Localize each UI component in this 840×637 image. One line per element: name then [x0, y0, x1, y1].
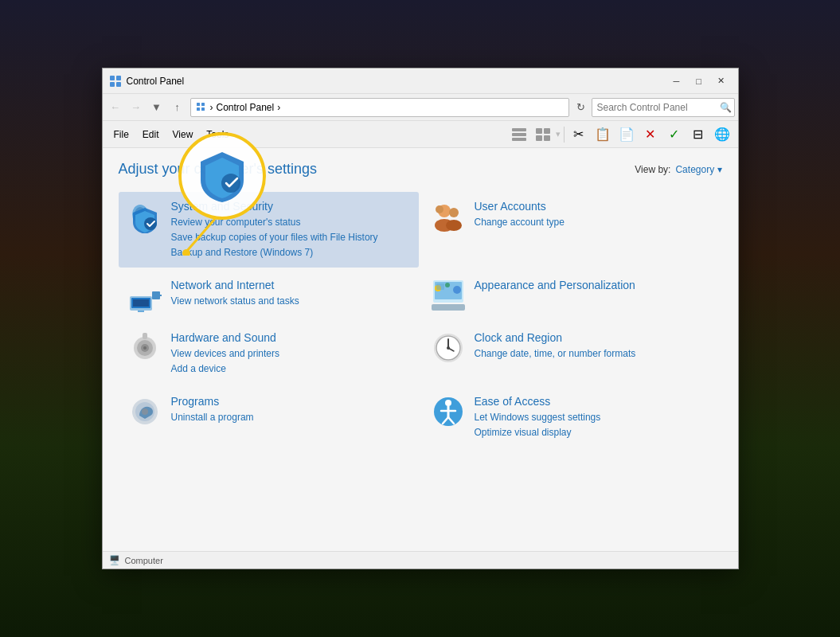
- path-sep: ›: [277, 102, 280, 113]
- category-appearance-personalization[interactable]: Appearance and Personalization: [422, 271, 722, 320]
- toolbar-delete-button[interactable]: ✕: [639, 124, 662, 145]
- path-text: ›: [210, 102, 213, 113]
- change-account-type-link[interactable]: Change account type: [475, 215, 713, 229]
- menu-view[interactable]: View: [166, 126, 200, 143]
- toolbar-cut-button[interactable]: ✂: [568, 124, 590, 145]
- toolbar-view-button[interactable]: [532, 124, 554, 145]
- ease-of-access-icon: [432, 395, 465, 428]
- user-accounts-title[interactable]: User Accounts: [475, 200, 713, 213]
- svg-point-25: [436, 205, 443, 213]
- window-icon: [109, 75, 122, 88]
- toolbar-copy-button[interactable]: 📋: [592, 124, 614, 145]
- svg-rect-8: [512, 128, 526, 131]
- svg-point-52: [142, 408, 148, 415]
- menu-edit[interactable]: Edit: [136, 126, 166, 143]
- user-accounts-icon: [432, 200, 465, 233]
- svg-point-36: [445, 283, 450, 287]
- clock-region-icon: [432, 331, 465, 365]
- hardware-sound-title[interactable]: Hardware and Sound: [171, 331, 409, 344]
- svg-rect-11: [536, 128, 542, 134]
- path-label: Control Panel: [217, 102, 275, 113]
- network-internet-icon: [128, 279, 162, 312]
- svg-point-49: [447, 346, 450, 350]
- category-hardware-sound[interactable]: Hardware and Sound View devices and prin…: [119, 323, 419, 384]
- svg-rect-38: [436, 283, 444, 290]
- menu-file[interactable]: File: [107, 126, 135, 143]
- toolbar-help-button[interactable]: 🌐: [711, 124, 733, 145]
- svg-point-23: [449, 208, 459, 217]
- category-user-accounts[interactable]: User Accounts Change account type: [422, 192, 722, 268]
- svg-rect-34: [432, 304, 465, 311]
- svg-rect-9: [512, 133, 526, 136]
- svg-rect-31: [138, 311, 144, 312]
- back-button[interactable]: ←: [106, 98, 125, 117]
- svg-rect-0: [110, 76, 115, 80]
- search-box[interactable]: 🔍: [592, 98, 735, 117]
- change-date-time-link[interactable]: Change date, time, or number formats: [475, 346, 713, 361]
- ease-of-access-title[interactable]: Ease of Access: [475, 395, 713, 408]
- appearance-title[interactable]: Appearance and Personalization: [475, 279, 713, 291]
- view-devices-printers-link[interactable]: View devices and printers: [171, 346, 409, 361]
- window-controls: ─ □ ✕: [666, 72, 732, 90]
- control-panel-window: Control Panel ─ □ ✕ ← → ▼ ↑ › Control Pa…: [102, 68, 739, 569]
- category-ease-of-access[interactable]: Ease of Access Let Windows suggest setti…: [422, 387, 722, 447]
- status-bar: 🖥️ Computer: [103, 551, 738, 569]
- svg-rect-13: [536, 135, 542, 141]
- file-history-link[interactable]: Save backup copies of your files with Fi…: [171, 230, 409, 244]
- svg-rect-5: [201, 103, 205, 106]
- system-security-icon: [128, 200, 162, 233]
- menu-tools[interactable]: Tools: [200, 126, 235, 143]
- svg-rect-4: [197, 103, 200, 106]
- uninstall-program-link[interactable]: Uninstall a program: [171, 410, 409, 424]
- system-security-title[interactable]: System and Security: [171, 200, 409, 213]
- svg-rect-6: [197, 107, 200, 111]
- view-network-status-link[interactable]: View network status and tasks: [171, 294, 409, 308]
- address-bar: ← → ▼ ↑ › Control Panel › ↻ 🔍: [103, 94, 738, 121]
- network-internet-title[interactable]: Network and Internet: [171, 279, 409, 291]
- view-by-value[interactable]: Category ▾: [675, 164, 721, 175]
- toolbar-separator: [564, 127, 565, 143]
- category-system-security[interactable]: System and Security Review your computer…: [119, 192, 419, 268]
- svg-rect-43: [143, 333, 147, 339]
- category-programs[interactable]: Programs Uninstall a program: [119, 387, 419, 447]
- svg-rect-14: [544, 135, 550, 141]
- clock-region-title[interactable]: Clock and Region: [475, 331, 713, 344]
- appearance-icon: [432, 279, 465, 312]
- add-device-link[interactable]: Add a device: [171, 361, 409, 376]
- view-by-control: View by: Category ▾: [635, 164, 721, 175]
- svg-point-24: [446, 220, 462, 231]
- search-input[interactable]: [597, 102, 717, 113]
- toolbar-paste-button[interactable]: 📄: [615, 124, 638, 145]
- up-button[interactable]: ↑: [168, 98, 187, 117]
- view-by-label: View by:: [635, 164, 670, 175]
- window-title: Control Panel: [127, 76, 666, 87]
- computer-status-label: Computer: [125, 556, 163, 565]
- forward-button[interactable]: →: [127, 98, 146, 117]
- title-bar: Control Panel ─ □ ✕: [103, 68, 738, 94]
- toolbar-check-button[interactable]: ✓: [663, 124, 686, 145]
- svg-rect-1: [116, 76, 121, 80]
- recent-locations-button[interactable]: ▼: [147, 98, 166, 117]
- content-header: Adjust your computer's settings View by:…: [119, 161, 722, 178]
- page-title: Adjust your computer's settings: [119, 161, 318, 178]
- svg-point-20: [144, 217, 157, 230]
- review-status-link[interactable]: Review your computer's status: [171, 215, 409, 229]
- windows-suggest-link[interactable]: Let Windows suggest settings: [475, 410, 713, 424]
- svg-rect-2: [110, 82, 115, 87]
- category-clock-region[interactable]: Clock and Region Change date, time, or n…: [422, 323, 722, 384]
- content-area: Adjust your computer's settings View by:…: [103, 148, 738, 551]
- programs-icon: [128, 395, 162, 428]
- maximize-button[interactable]: □: [689, 72, 709, 90]
- toolbar-organize-button[interactable]: [508, 124, 530, 145]
- address-path[interactable]: › Control Panel ›: [190, 98, 569, 117]
- toolbar-properties-button[interactable]: ⊟: [687, 124, 709, 145]
- category-network-internet[interactable]: Network and Internet View network status…: [119, 271, 419, 320]
- optimize-visual-link[interactable]: Optimize visual display: [475, 425, 713, 440]
- refresh-button[interactable]: ↻: [572, 98, 590, 117]
- close-button[interactable]: ✕: [711, 72, 732, 90]
- backup-restore-link[interactable]: Backup and Restore (Windows 7): [171, 245, 409, 260]
- minimize-button[interactable]: ─: [666, 72, 687, 90]
- svg-rect-7: [201, 107, 205, 111]
- programs-title[interactable]: Programs: [171, 395, 409, 408]
- hardware-sound-icon: [128, 331, 162, 365]
